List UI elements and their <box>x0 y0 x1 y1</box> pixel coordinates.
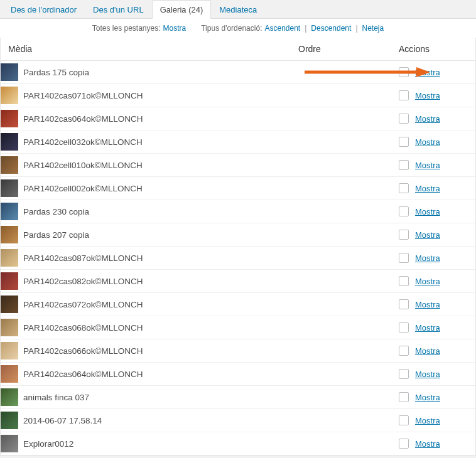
select-checkbox[interactable] <box>399 206 409 216</box>
actions-cell: Mostra <box>399 322 468 333</box>
thumbnail-icon <box>1 110 18 127</box>
select-checkbox[interactable] <box>399 439 409 449</box>
thumbnail-icon <box>1 435 18 452</box>
media-name: Pardas 207 copia <box>23 230 298 240</box>
thumbnail-icon <box>1 87 18 104</box>
table-row: PAR1402cell002ok©MLLONCHMostra <box>1 177 475 200</box>
sort-desc-link[interactable]: Descendent <box>311 24 351 33</box>
tab-1[interactable]: Des d'un URL <box>85 0 152 19</box>
tab-3[interactable]: Mediateca <box>211 0 265 19</box>
show-link[interactable]: Mostra <box>415 439 440 449</box>
sort-type-label: Tipus d'ordenació: <box>201 24 262 33</box>
thumbnail-icon <box>1 412 18 429</box>
tabs-bar: Des de l'ordinadorDes d'un URLGaleria (2… <box>0 0 476 19</box>
select-checkbox[interactable] <box>399 114 409 124</box>
actions-cell: Mostra <box>399 230 468 240</box>
actions-cell: Mostra <box>399 415 468 425</box>
actions-cell: Mostra <box>399 137 468 147</box>
select-checkbox[interactable] <box>399 230 409 240</box>
select-checkbox[interactable] <box>399 160 409 170</box>
show-link[interactable]: Mostra <box>415 137 440 147</box>
actions-cell: Mostra <box>399 114 468 124</box>
actions-cell: Mostra <box>399 439 468 449</box>
media-name: PAR1402cas064ok©MLLONCH <box>23 114 298 124</box>
actions-cell: Mostra <box>399 369 468 379</box>
col-header-actions[interactable]: Accions <box>399 44 468 54</box>
media-name: PAR1402cell010ok©MLLONCH <box>23 161 298 170</box>
table-row: Pardas 230 copiaMostra <box>1 200 475 223</box>
thumbnail-icon <box>1 272 18 290</box>
table-row: animals finca 037Mostra <box>1 386 475 409</box>
table-row: PAR1402cas072ok©MLLONCHMostra <box>1 293 475 316</box>
show-link[interactable]: Mostra <box>415 184 440 193</box>
thumbnail-icon <box>1 296 18 313</box>
show-link[interactable]: Mostra <box>415 393 440 402</box>
show-link[interactable]: Mostra <box>415 323 440 333</box>
actions-cell: Mostra <box>399 253 468 263</box>
sort-asc-link[interactable]: Ascendent <box>264 24 300 33</box>
table-row: PAR1402cell010ok©MLLONCHMostra <box>1 154 475 177</box>
actions-cell: Mostra <box>399 299 468 309</box>
thumbnail-icon <box>1 365 18 383</box>
thumbnail-icon <box>1 249 18 267</box>
actions-cell: Mostra <box>399 276 468 286</box>
show-link[interactable]: Mostra <box>415 370 440 379</box>
select-checkbox[interactable] <box>399 322 409 333</box>
controls-bar: Totes les pestanyes: Mostra Tipus d'orde… <box>0 19 476 38</box>
actions-cell: Mostra <box>399 67 468 77</box>
table-row: PAR1402cas068ok©MLLONCHMostra <box>1 316 475 339</box>
select-checkbox[interactable] <box>399 253 409 263</box>
show-link[interactable]: Mostra <box>415 114 440 124</box>
select-checkbox[interactable] <box>399 137 409 147</box>
tab-2[interactable]: Galeria (24) <box>152 0 212 19</box>
show-link[interactable]: Mostra <box>415 91 440 100</box>
media-name: PAR1402cell032ok©MLLONCH <box>23 137 298 147</box>
actions-cell: Mostra <box>399 160 468 170</box>
table-row: PAR1402cas066ok©MLLONCHMostra <box>1 339 475 363</box>
select-checkbox[interactable] <box>399 183 409 193</box>
show-link[interactable]: Mostra <box>415 161 440 170</box>
table-row: PAR1402cas087ok©MLLONCHMostra <box>1 247 475 270</box>
thumbnail-icon <box>1 342 18 359</box>
media-name: PAR1402cas087ok©MLLONCH <box>23 253 298 263</box>
media-name: PAR1402cas071ok©MLLONCH <box>23 91 298 100</box>
actions-cell: Mostra <box>399 346 468 356</box>
table-row: Pardas 175 copiaMostra <box>1 61 475 84</box>
media-name: Explorar0012 <box>23 439 298 449</box>
col-header-media[interactable]: Mèdia <box>8 44 298 54</box>
media-name: Pardas 230 copia <box>23 207 298 216</box>
select-checkbox[interactable] <box>399 369 409 379</box>
select-checkbox[interactable] <box>399 67 409 77</box>
show-link[interactable]: Mostra <box>415 253 440 263</box>
sort-clear-link[interactable]: Neteja <box>362 24 384 33</box>
select-checkbox[interactable] <box>399 346 409 356</box>
separator: | <box>305 24 306 33</box>
thumbnail-icon <box>1 133 18 151</box>
show-link[interactable]: Mostra <box>415 300 440 309</box>
show-link[interactable]: Mostra <box>415 416 440 425</box>
table-row: PAR1402cell032ok©MLLONCHMostra <box>1 130 475 154</box>
thumbnail-icon <box>1 388 18 406</box>
all-tabs-show-link[interactable]: Mostra <box>163 24 187 33</box>
tab-0[interactable]: Des de l'ordinador <box>3 0 85 19</box>
show-link[interactable]: Mostra <box>415 207 440 216</box>
media-name: PAR1402cas068ok©MLLONCH <box>23 323 298 333</box>
media-name: PAR1402cas066ok©MLLONCH <box>23 346 298 356</box>
show-link[interactable]: Mostra <box>415 277 440 286</box>
select-checkbox[interactable] <box>399 392 409 402</box>
actions-cell: Mostra <box>399 206 468 216</box>
select-checkbox[interactable] <box>399 299 409 309</box>
table-row: PAR1402cas071ok©MLLONCHMostra <box>1 84 475 107</box>
table-row: PAR1402cas064ok©MLLONCHMostra <box>1 363 475 386</box>
show-link[interactable]: Mostra <box>415 346 440 356</box>
actions-cell: Mostra <box>399 90 468 100</box>
select-checkbox[interactable] <box>399 415 409 425</box>
separator: | <box>355 24 357 33</box>
col-header-order[interactable]: Ordre <box>298 44 399 54</box>
table-header: Mèdia Ordre Accions <box>1 38 475 61</box>
actions-cell: Mostra <box>399 183 468 193</box>
select-checkbox[interactable] <box>399 276 409 286</box>
show-link[interactable]: Mostra <box>415 230 440 240</box>
show-link[interactable]: Mostra <box>415 68 440 77</box>
select-checkbox[interactable] <box>399 90 409 100</box>
